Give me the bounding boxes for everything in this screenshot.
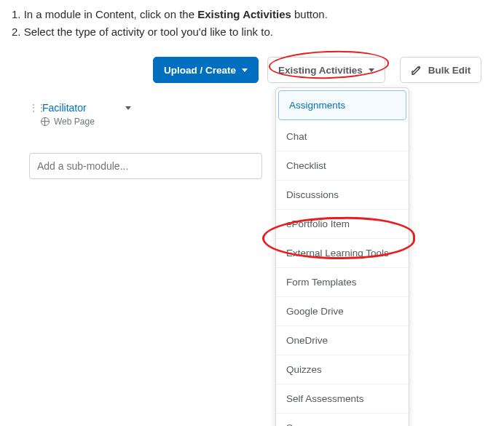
screenshot-area: Upload / Create Existing Activities Bulk… xyxy=(153,57,495,83)
chevron-down-icon xyxy=(242,68,248,72)
dropdown-item-external-learning-tools[interactable]: External Learning Tools xyxy=(276,239,409,268)
instruction-step-2: Select the type of activity or tool you'… xyxy=(12,23,497,41)
existing-activities-label: Existing Activities xyxy=(278,65,363,76)
dropdown-item-surveys[interactable]: Surveys xyxy=(276,414,409,426)
web-page-indicator: Web Page xyxy=(41,117,131,127)
dropdown-item-eportfolio-item[interactable]: ePortfolio Item xyxy=(276,210,409,239)
dropdown-item-chat[interactable]: Chat xyxy=(276,122,409,151)
dropdown-item-assignments[interactable]: Assignments xyxy=(278,90,406,120)
add-sub-module-input[interactable] xyxy=(29,153,262,179)
upload-create-label: Upload / Create xyxy=(164,65,236,76)
toolbar: Upload / Create Existing Activities Bulk… xyxy=(153,57,495,83)
instr1-pre: In a module in Content, click on the xyxy=(24,8,197,20)
instr1-bold: Existing Activities xyxy=(197,8,291,20)
facilitator-item[interactable]: ⋮⋮ Facilitator xyxy=(29,102,131,114)
module-item: ⋮⋮ Facilitator Web Page xyxy=(29,102,131,127)
drag-handle-icon[interactable]: ⋮⋮ xyxy=(29,103,38,113)
facilitator-label: Facilitator xyxy=(42,102,87,114)
dropdown-item-quizzes[interactable]: Quizzes xyxy=(276,355,409,384)
globe-icon xyxy=(41,117,50,126)
dropdown-item-discussions[interactable]: Discussions xyxy=(276,181,409,210)
dropdown-item-self-assessments[interactable]: Self Assessments xyxy=(276,384,409,414)
instructions: In a module in Content, click on the Exi… xyxy=(0,0,504,50)
existing-activities-button[interactable]: Existing Activities xyxy=(267,57,385,83)
chevron-down-icon xyxy=(369,68,374,72)
dropdown-item-onedrive[interactable]: OneDrive xyxy=(276,326,409,355)
bulk-edit-label: Bulk Edit xyxy=(428,65,471,76)
instruction-step-1: In a module in Content, click on the Exi… xyxy=(12,6,497,23)
pencil-edit-icon xyxy=(411,64,422,76)
bulk-edit-button[interactable]: Bulk Edit xyxy=(400,57,482,83)
chevron-down-icon[interactable] xyxy=(125,106,131,110)
dropdown-item-checklist[interactable]: Checklist xyxy=(276,151,409,181)
dropdown-item-form-templates[interactable]: Form Templates xyxy=(276,268,409,297)
existing-activities-dropdown: AssignmentsChatChecklistDiscussionsePort… xyxy=(275,87,409,426)
web-page-label: Web Page xyxy=(54,117,95,127)
dropdown-item-google-drive[interactable]: Google Drive xyxy=(276,297,409,326)
instr1-post: button. xyxy=(291,8,328,20)
upload-create-button[interactable]: Upload / Create xyxy=(153,57,259,83)
